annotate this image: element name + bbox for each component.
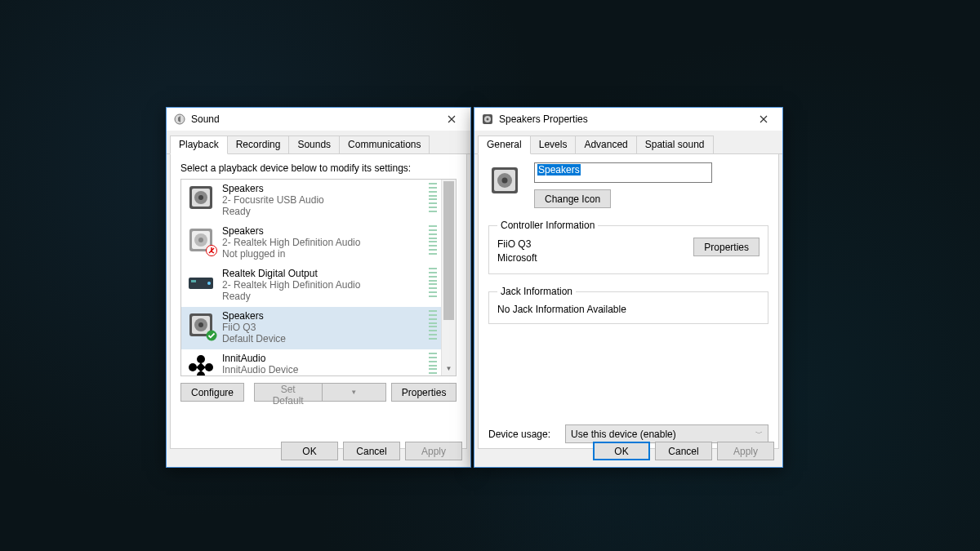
playback-panel: Select a playback device below to modify… [170,154,467,449]
svg-point-12 [207,282,211,285]
device-large-icon [488,164,521,197]
receiver-icon [186,268,216,297]
speakers-properties-dialog: Speakers Properties General Levels Advan… [474,107,783,468]
device-list[interactable]: Speakers 2- Focusrite USB Audio Ready [180,179,457,376]
scrollbar[interactable]: ▲ ▼ [441,180,456,375]
device-sub: FiiO Q3 [222,322,425,333]
cancel-button[interactable]: Cancel [655,442,712,460]
device-status: Default Device [222,333,425,344]
level-meter [429,183,437,212]
jack-information-group: Jack Information No Jack Information Ava… [488,286,768,324]
tab-sounds[interactable]: Sounds [288,136,340,153]
device-usage-combo[interactable]: Use this device (enable) ﹀ [565,424,768,443]
tab-general[interactable]: General [478,136,531,154]
sound-dialog: Sound Playback Recording Sounds Communic… [166,107,471,468]
jack-info-text: No Jack Information Available [497,304,760,315]
svg-rect-22 [196,362,205,371]
level-meter [429,310,437,340]
titlebar[interactable]: Speakers Properties [474,108,782,131]
close-button[interactable] [434,108,469,131]
speaker-icon [186,183,216,212]
set-default-split-button[interactable]: Set Default ▼ [254,383,386,402]
level-meter [429,353,437,376]
device-item[interactable]: Speakers FiiO Q3 Default Device [181,307,442,349]
instruction-text: Select a playback device below to modify… [180,162,457,174]
tab-strip: General Levels Advanced Spatial sound [474,134,782,154]
set-default-dropdown[interactable]: ▼ [323,383,386,402]
level-meter [429,268,437,297]
speaker-icon [186,225,216,255]
device-sub: 2- Realtek High Definition Audio [222,237,425,248]
unplugged-badge-icon [206,245,217,256]
device-name: Speakers [222,310,425,322]
scroll-thumb[interactable] [443,181,454,320]
tab-communications[interactable]: Communications [339,136,430,153]
general-panel: Speakers Change Icon Controller Informat… [478,154,779,449]
tab-spatial-sound[interactable]: Spatial sound [636,136,714,153]
speaker-icon [186,310,216,340]
device-status: Not plugged in [222,248,425,260]
svg-point-29 [502,178,508,184]
apply-button[interactable]: Apply [717,442,774,460]
group-legend: Controller Information [497,220,598,231]
device-name: Realtek Digital Output [222,268,425,279]
speaker-icon [481,113,494,126]
controller-information-group: Controller Information FiiO Q3 Microsoft… [488,220,768,274]
scroll-down-icon[interactable]: ▼ [442,362,456,375]
device-item[interactable]: InnitAudio InnitAudio Device Ready [181,349,442,376]
device-item[interactable]: Speakers 2- Focusrite USB Audio Ready [181,180,442,222]
tab-playback[interactable]: Playback [170,136,228,154]
svg-point-16 [198,322,203,327]
device-usage-label: Device usage: [488,429,550,440]
controller-vendor: Microsoft [497,251,693,265]
svg-point-21 [205,363,213,371]
device-name-value: Speakers [537,164,581,176]
svg-point-8 [198,238,203,242]
svg-rect-11 [191,280,196,282]
device-status: Ready [222,206,425,217]
device-name: Speakers [222,225,425,237]
controller-properties-button[interactable]: Properties [693,238,760,256]
default-check-icon [206,330,217,341]
tab-strip: Playback Recording Sounds Communications [167,134,470,154]
svg-point-20 [189,363,197,371]
apply-button[interactable]: Apply [405,442,462,460]
svg-point-25 [487,118,489,121]
device-sub: 2- Focusrite USB Audio [222,194,425,206]
device-item[interactable]: Speakers 2- Realtek High Definition Audi… [181,222,442,264]
window-title: Sound [191,113,434,125]
tab-levels[interactable]: Levels [530,136,577,153]
device-sub: InnitAudio Device [222,364,425,375]
set-default-button[interactable]: Set Default [254,383,323,402]
device-status: Ready [222,291,425,302]
configure-button[interactable]: Configure [180,383,244,402]
level-meter [429,225,437,255]
properties-button[interactable]: Properties [391,383,457,402]
tab-recording[interactable]: Recording [227,136,290,153]
ok-button[interactable]: OK [593,442,650,460]
tab-advanced[interactable]: Advanced [575,136,636,153]
change-icon-button[interactable]: Change Icon [534,189,611,208]
svg-point-18 [197,355,205,363]
device-name: InnitAudio [222,353,425,364]
svg-point-4 [198,195,203,200]
device-sub: 2- Realtek High Definition Audio [222,279,425,291]
chevron-down-icon: ▼ [350,389,357,396]
close-button[interactable] [746,108,781,131]
device-status: Ready [222,375,425,376]
controller-name: FiiO Q3 [497,238,693,251]
device-name: Speakers [222,183,425,194]
device-item[interactable]: Realtek Digital Output 2- Realtek High D… [181,264,442,307]
ok-button[interactable]: OK [281,442,338,460]
svg-point-19 [197,371,205,376]
group-legend: Jack Information [497,286,576,297]
chevron-down-icon: ﹀ [755,429,763,439]
window-title: Speakers Properties [499,113,746,125]
device-usage-value: Use this device (enable) [571,429,676,440]
cancel-button[interactable]: Cancel [343,442,400,460]
titlebar[interactable]: Sound [167,108,470,131]
innit-icon [186,353,216,376]
device-name-input[interactable]: Speakers [534,162,712,183]
sound-icon [173,113,186,126]
